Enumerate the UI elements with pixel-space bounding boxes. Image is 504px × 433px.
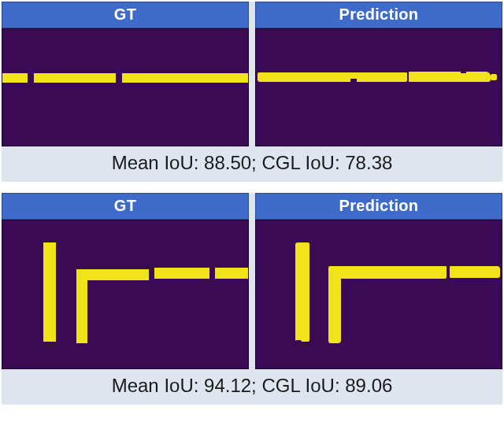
metrics-caption: Mean IoU: 94.12; CGL IoU: 89.06 (2, 369, 502, 405)
panel-row: GT Prediction (2, 193, 502, 369)
gt-mask-viz (2, 220, 249, 369)
gt-header: GT (2, 193, 249, 220)
mask-segment (76, 269, 87, 343)
mask-segment (122, 73, 248, 83)
mask-noise (461, 71, 466, 73)
comparison-block-2: GT Prediction Mean IoU: 94.12; CGL IoU: … (2, 193, 502, 405)
gt-column: GT (2, 2, 249, 146)
mask-segment (154, 268, 209, 279)
gt-mask-viz (2, 28, 249, 146)
prediction-column: Prediction (255, 193, 502, 369)
gt-header: GT (2, 2, 249, 28)
prediction-mask-viz (255, 220, 502, 369)
prediction-mask-viz (255, 28, 502, 146)
comparison-block-1: GT Prediction Mean IoU: 88.50; CGL IoU: … (2, 2, 502, 182)
mask-segment (450, 266, 500, 278)
mask-segment (328, 266, 447, 279)
mask-segment (34, 73, 116, 83)
mask-noise (295, 340, 302, 345)
gt-column: GT (2, 193, 249, 369)
mask-segment (472, 76, 486, 80)
panel-row: GT Prediction (2, 2, 502, 146)
prediction-header: Prediction (255, 193, 502, 220)
prediction-column: Prediction (255, 2, 502, 146)
mask-segment (76, 269, 149, 280)
mask-segment (328, 268, 341, 343)
mask-segment (2, 73, 28, 83)
mask-segment (43, 242, 56, 342)
mask-segment (491, 74, 497, 80)
mask-noise (350, 79, 357, 82)
mask-segment (295, 242, 309, 342)
block-spacer (0, 183, 504, 191)
mask-segment (258, 72, 407, 82)
metrics-caption: Mean IoU: 88.50; CGL IoU: 78.38 (2, 146, 502, 182)
mask-segment (215, 268, 248, 279)
prediction-header: Prediction (255, 2, 502, 28)
